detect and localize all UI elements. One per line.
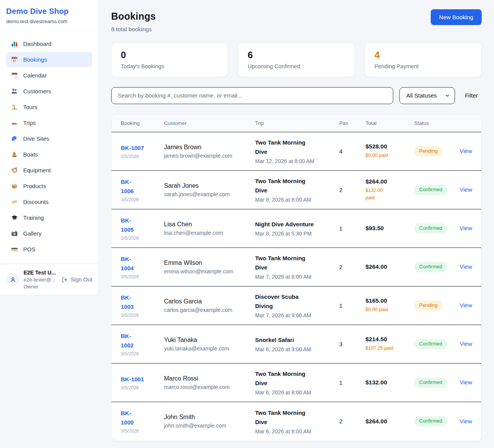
page-subtitle: 8 total bookings [111, 26, 156, 32]
actions-cell: View [460, 302, 472, 309]
sailboat-icon [11, 151, 18, 158]
sidebar-item-label: Dive Sites [23, 135, 49, 142]
filter-button[interactable]: Filter [461, 92, 482, 99]
sidebar-item-label: Products [23, 183, 46, 190]
sidebar-item-products[interactable]: Products [6, 179, 92, 194]
view-link[interactable]: View [460, 302, 472, 308]
sidebar-item-bookings[interactable]: 17 Bookings [6, 52, 92, 67]
booking-link[interactable]: BK-1001 [121, 375, 144, 384]
page-header-text: Bookings 8 total bookings [111, 9, 156, 32]
customer-cell: Lisa Chen lisa.chen@example.com [164, 221, 255, 236]
total-cell: $528.00 $0.00 paid [365, 143, 414, 159]
tag-icon [11, 198, 18, 205]
sidebar-item-trips[interactable]: Trips [6, 115, 92, 130]
pax-cell: 2 [339, 418, 365, 424]
view-link[interactable]: View [460, 263, 472, 270]
sidebar-item-dashboard[interactable]: Dashboard [6, 36, 92, 51]
status-badge: Confirmed [414, 185, 447, 195]
column-header-total: Total [365, 120, 414, 126]
customer-email: yuki.tanaka@example.com [164, 345, 255, 352]
booking-link[interactable]: BK-1000 [121, 409, 137, 427]
booking-date: 3/5/2026 [121, 428, 164, 434]
view-link[interactable]: View [460, 148, 472, 154]
booking-date: 3/5/2026 [121, 154, 164, 159]
customer-name: John Smith [164, 414, 255, 421]
actions-cell: View [460, 418, 472, 425]
shop-domain: demo.test.divestreams.com [6, 19, 92, 24]
calendar-17-icon: 17 [11, 56, 18, 63]
trip-datetime: Mar 6, 2026 at 9:00 AM [255, 346, 339, 352]
booking-link[interactable]: BK-1005 [121, 216, 137, 234]
customer-cell: Emma Wilson emma.wilson@example.com [164, 259, 255, 275]
sidebar-item-equipment[interactable]: Equipment [6, 163, 92, 178]
trip-datetime: Mar 12, 2026 at 8:00 AM [255, 158, 339, 164]
trip-cell: Two Tank Morning Dive Mar 6, 2026 at 8:0… [255, 408, 339, 435]
sidebar-item-label: Trips [23, 120, 36, 126]
total-amount: $264.00 [365, 418, 414, 425]
status-cell: Confirmed [414, 223, 460, 234]
table-row: BK-1004 3/5/2026 Emma Wilson emma.wilson… [112, 248, 481, 286]
speedboat-icon [11, 119, 18, 126]
customer-cell: Yuki Tanaka yuki.tanaka@example.com [164, 337, 255, 352]
diving-mask-icon [11, 167, 18, 174]
credit-card-icon [11, 246, 18, 253]
view-link[interactable]: View [460, 186, 472, 193]
sidebar-item-pos[interactable]: POS [6, 242, 92, 257]
customer-email: james.brown@example.com [164, 153, 255, 159]
trip-name: Snorkel Safari [255, 335, 339, 345]
trip-name: Two Tank Morning Dive [255, 254, 308, 272]
customer-name: Lisa Chen [164, 221, 255, 228]
user-email: e2e-tester@... [24, 277, 57, 283]
customer-name: Sarah Jones [164, 182, 255, 189]
stat-value: 6 [248, 50, 345, 61]
customer-email: carlos.garcia@example.com [164, 307, 255, 313]
table-row: BK-1000 3/5/2026 John Smith john.smith@e… [112, 402, 481, 441]
sidebar-item-dive-sites[interactable]: Dive Sites [6, 131, 92, 146]
booking-link[interactable]: BK-1003 [121, 293, 137, 312]
booking-cell: BK-1007 3/5/2026 [121, 143, 164, 159]
booking-link[interactable]: BK-1002 [121, 332, 137, 350]
search-input[interactable] [111, 87, 393, 104]
user-role: Owner [24, 284, 57, 290]
status-badge: Confirmed [414, 377, 447, 388]
app-layout: Demo Dive Shop demo.test.divestreams.com… [0, 0, 494, 448]
trip-name: Two Tank Morning Dive [255, 369, 308, 388]
status-badge: Confirmed [414, 339, 447, 349]
sidebar-item-boats[interactable]: Boats [6, 147, 92, 162]
booking-link[interactable]: BK-1006 [121, 177, 137, 196]
stat-cards: 0 Today's Bookings 6 Upcoming Confirmed … [111, 43, 482, 77]
pax-cell: 1 [339, 379, 365, 386]
sidebar-item-label: Customers [23, 88, 51, 95]
table-row: BK-1006 3/5/2026 Sarah Jones sarah.jones… [112, 171, 481, 209]
table-header-row: Booking Customer Trip Pax Total Status [112, 115, 481, 132]
view-link[interactable]: View [460, 418, 472, 424]
sidebar-item-tours[interactable]: Tours [6, 99, 92, 115]
sidebar-header: Demo Dive Shop demo.test.divestreams.com [0, 0, 98, 31]
view-link[interactable]: View [460, 379, 472, 386]
status-select[interactable]: All Statuses [399, 87, 455, 104]
customer-cell: Carlos Garcia carlos.garcia@example.com [164, 298, 255, 313]
view-link[interactable]: View [460, 225, 472, 231]
sidebar-item-gallery[interactable]: Gallery [6, 226, 92, 241]
sidebar-item-customers[interactable]: Customers [6, 84, 92, 99]
avatar [6, 273, 19, 286]
view-link[interactable]: View [460, 340, 472, 347]
sidebar-item-calendar[interactable]: Calendar [6, 68, 92, 83]
sign-out-button[interactable]: Sign Out [61, 276, 92, 283]
actions-cell: View [460, 340, 472, 347]
booking-date: 3/5/2026 [121, 351, 164, 357]
column-header-booking: Booking [121, 120, 164, 126]
booking-cell: BK-1001 3/5/2026 [121, 375, 164, 391]
paid-amount: $107.25 paid [365, 345, 414, 352]
paid-amount: $0.00 paid [365, 306, 414, 313]
total-amount: $165.00 [365, 297, 414, 304]
sidebar-item-discounts[interactable]: Discounts [6, 194, 92, 209]
new-booking-button[interactable]: New Booking [431, 9, 482, 25]
booking-link[interactable]: BK-1004 [121, 254, 137, 273]
total-cell: $264.00 $132.00 paid [365, 178, 414, 202]
table-body: BK-1007 3/5/2026 James Brown james.brown… [112, 132, 481, 441]
paid-amount: $0.00 paid [365, 152, 414, 159]
svg-text:17: 17 [13, 59, 16, 62]
sidebar-item-training[interactable]: Training [6, 210, 92, 225]
booking-link[interactable]: BK-1007 [121, 143, 144, 153]
